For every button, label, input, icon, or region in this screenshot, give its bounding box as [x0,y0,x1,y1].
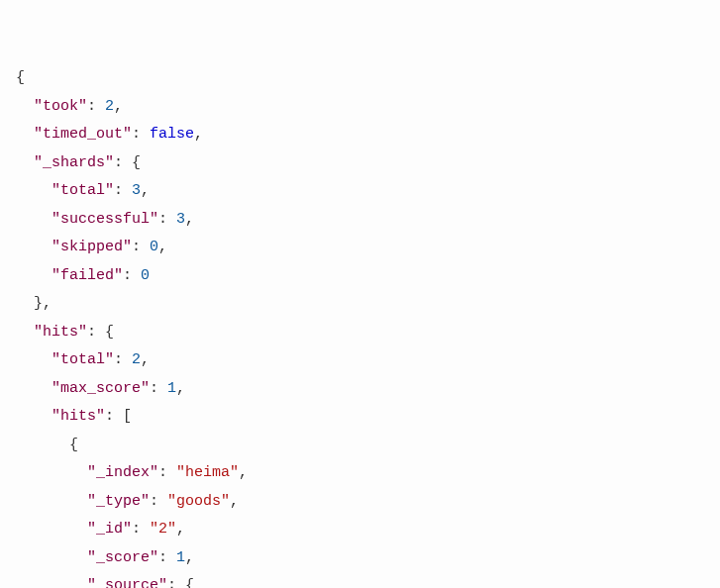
key-id: "_id" [87,521,132,538]
key-hits: "hits" [34,324,87,341]
key-source: "_source" [87,577,167,588]
val-score: 1 [176,549,185,566]
val-shards-failed: 0 [141,267,150,284]
val-max-score: 1 [167,380,176,397]
val-hits-total: 2 [132,351,141,368]
key-shards-skipped: "skipped" [51,239,132,255]
key-hits-arr: "hits" [51,408,105,425]
val-shards-successful: 3 [176,211,185,228]
key-timed-out: "timed_out" [34,126,132,143]
key-shards-successful: "successful" [51,211,158,228]
val-shards-total: 3 [132,182,141,199]
key-type: "_type" [87,493,150,510]
val-took: 2 [105,98,114,115]
key-shards-failed: "failed" [51,267,123,284]
val-index: "heima" [176,464,239,481]
key-shards: "_shards" [34,154,114,171]
val-shards-skipped: 0 [150,239,158,255]
key-index: "_index" [87,464,158,481]
val-type: "goods" [167,493,230,510]
val-id: "2" [150,521,176,538]
key-shards-total: "total" [51,182,114,199]
key-took: "took" [34,98,87,115]
key-max-score: "max_score" [51,380,150,397]
brace-open: { [16,69,25,86]
key-score: "_score" [87,549,158,566]
val-timed-out: false [150,126,194,143]
key-hits-total: "total" [51,351,114,368]
json-code-block: { "took": 2, "timed_out": false, "_shard… [16,64,704,588]
